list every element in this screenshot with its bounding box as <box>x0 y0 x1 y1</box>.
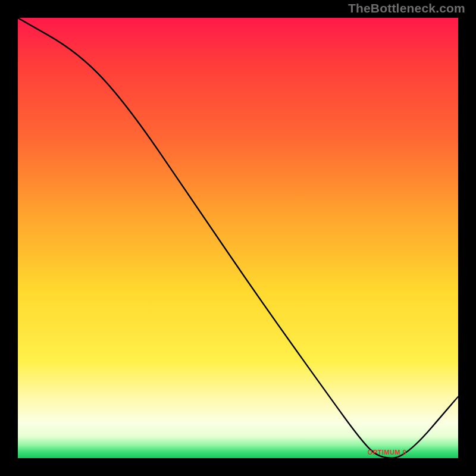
chart-canvas: TheBottleneck.com OPTIMUM 0 <box>0 0 476 476</box>
plot-area: OPTIMUM 0 <box>18 18 458 458</box>
optimal-zone-label: OPTIMUM 0 <box>368 449 407 456</box>
curve-path <box>18 18 458 458</box>
attribution-text: TheBottleneck.com <box>348 1 465 15</box>
bottleneck-curve <box>18 18 458 458</box>
